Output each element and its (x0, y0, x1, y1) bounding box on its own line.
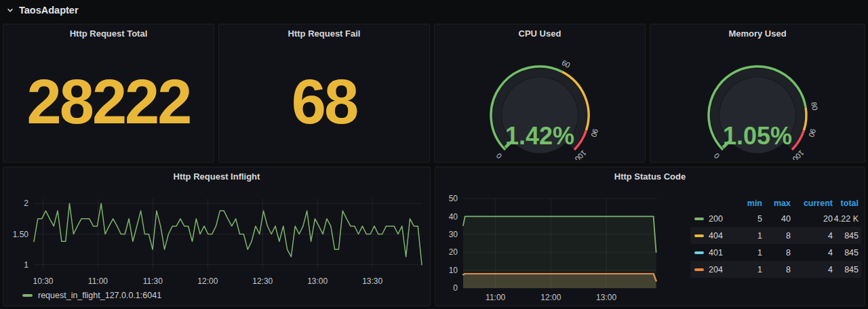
y-axis-tick-label: 1.50 (13, 230, 29, 239)
row-title: TaosAdapter (19, 5, 79, 16)
x-axis-tick-label: 13:00 (307, 276, 328, 286)
panel-title[interactable]: CPU Used (435, 24, 645, 42)
inflight-chart-plot[interactable]: 11.50210:3011:0011:3012:0012:3013:0013:3… (4, 185, 429, 291)
x-axis-tick-label: 11:30 (143, 276, 163, 286)
legend-header-total[interactable]: total (833, 199, 859, 208)
legend-series-name: 404 (709, 231, 723, 241)
legend-item-request-in-flight[interactable]: request_in_flight_127.0.0.1:6041 (22, 291, 161, 300)
legend-series-200[interactable]: 200 (694, 214, 738, 224)
legend-series-401[interactable]: 401 (694, 248, 738, 258)
legend-series-404[interactable]: 404 (694, 231, 738, 241)
legend-value-min: 5 (738, 214, 762, 224)
legend-value-max: 8 (762, 231, 791, 241)
y-axis-tick-label: 10 (449, 266, 458, 275)
legend-value-max: 40 (762, 214, 791, 224)
legend-header-min[interactable]: min (738, 199, 762, 208)
stat-value-http-request-total: 28222 (3, 42, 214, 162)
x-axis-tick-label: 13:30 (362, 276, 382, 286)
y-axis-tick-label: 1 (24, 260, 28, 270)
legend-value-total: 4.22 K (833, 214, 859, 224)
x-axis-tick-label: 11:00 (486, 293, 505, 302)
legend-header-current[interactable]: current (791, 199, 833, 208)
y-axis-tick-label: 30 (449, 230, 458, 239)
series-fill-204 (463, 274, 656, 288)
legend-swatch (694, 234, 704, 237)
legend-row-404: 404184845 (690, 227, 861, 244)
x-axis-tick-label: 12:30 (252, 276, 273, 286)
gauge-tick-label: 0 (712, 152, 721, 160)
panel-title[interactable]: Http Request Total (3, 24, 214, 42)
panel-cpu-used: CPU Used 060901001.42% (434, 24, 646, 163)
y-axis-tick-label: 0 (453, 283, 458, 293)
panel-http-request-fail: Http Request Fail 68 (218, 24, 430, 163)
panel-http-request-inflight: Http Request Inflight 11.50210:3011:0011… (3, 167, 431, 306)
legend-value-min: 1 (738, 265, 762, 274)
legend-value-current: 4 (791, 265, 833, 274)
status-legend-table: minmaxcurrenttotal200540204.22 K40418484… (690, 196, 861, 278)
panel-http-status-code: Http Status Code 0102030405011:0012:0013… (435, 167, 865, 306)
legend-header-max[interactable]: max (762, 199, 791, 208)
gauge-value-text: 1.42% (505, 122, 574, 150)
legend-row-401: 401184845 (690, 244, 861, 261)
legend-value-current: 20 (791, 214, 833, 224)
legend-label: request_in_flight_127.0.0.1:6041 (38, 291, 161, 300)
row-header-taosadapter[interactable]: TaosAdapter (0, 0, 79, 20)
x-axis-tick-label: 12:00 (540, 293, 561, 302)
x-axis-tick-label: 13:00 (596, 293, 616, 302)
gauge-tick-label: 90 (807, 128, 817, 138)
legend-row-204: 204184845 (690, 261, 861, 278)
panel-title[interactable]: Http Status Code (435, 167, 865, 185)
legend-value-total: 845 (833, 265, 859, 274)
status-chart-plot[interactable]: 0102030405011:0012:0013:00 (436, 185, 680, 306)
y-axis-tick-label: 40 (449, 212, 458, 222)
memory-gauge: 080901001.05% (650, 43, 865, 162)
gauge-tick-label: 90 (589, 128, 599, 138)
legend-series-name: 200 (709, 214, 723, 224)
legend-value-max: 8 (762, 265, 791, 274)
y-axis-tick-label: 2 (24, 199, 28, 208)
chevron-down-icon (6, 6, 14, 14)
gauge-value-text: 1.05% (723, 122, 792, 150)
legend-value-min: 1 (738, 231, 762, 241)
panel-title[interactable]: Memory Used (650, 24, 865, 42)
gauge-tick-label: 60 (560, 58, 571, 69)
legend-value-min: 1 (738, 248, 762, 258)
legend-series-name: 401 (709, 248, 723, 258)
gauge-tick-label: 100 (791, 148, 805, 160)
x-axis-tick-label: 11:00 (88, 276, 108, 286)
legend-header-row: minmaxcurrenttotal (690, 196, 861, 210)
gauge-tick-label: 100 (573, 148, 587, 160)
x-axis-tick-label: 12:00 (197, 276, 218, 286)
stat-value-http-request-fail: 68 (219, 42, 429, 162)
legend-swatch (694, 218, 704, 220)
y-axis-tick-label: 50 (449, 194, 458, 203)
legend-swatch (22, 294, 33, 297)
y-axis-tick-label: 20 (449, 247, 458, 257)
panel-http-request-total: Http Request Total 28222 (3, 24, 214, 163)
panel-title[interactable]: Http Request Inflight (3, 167, 430, 185)
legend-swatch (694, 268, 704, 271)
legend-series-name: 204 (709, 265, 723, 274)
cpu-gauge: 060901001.42% (435, 43, 645, 162)
panel-memory-used: Memory Used 080901001.05% (650, 24, 865, 163)
legend-value-total: 845 (833, 231, 859, 241)
legend-series-204[interactable]: 204 (694, 265, 738, 274)
gauge-tick-label: 0 (494, 152, 503, 160)
legend-row-200: 200540204.22 K (690, 210, 861, 227)
legend-value-total: 845 (833, 248, 859, 258)
legend-value-current: 4 (791, 231, 833, 241)
panel-title[interactable]: Http Request Fail (219, 24, 429, 42)
gauge-tick-label: 80 (810, 102, 819, 111)
legend-swatch (694, 251, 704, 254)
legend-value-max: 8 (762, 248, 791, 258)
x-axis-tick-label: 10:30 (33, 276, 53, 286)
legend-value-current: 4 (791, 248, 833, 258)
